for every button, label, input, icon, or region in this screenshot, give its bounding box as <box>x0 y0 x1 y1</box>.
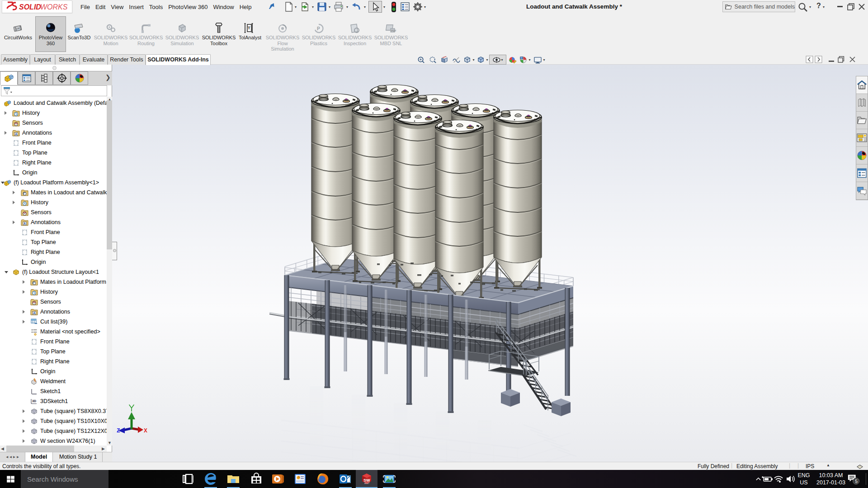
svg-text:A: A <box>33 311 35 314</box>
svg-text:5: 5 <box>855 479 858 484</box>
svg-text:P: P <box>317 26 320 31</box>
svg-text:SOLID: SOLID <box>19 3 41 11</box>
svg-text:PDF: PDF <box>392 29 397 32</box>
svg-text:Z: Z <box>117 427 120 434</box>
svg-text:A: A <box>15 132 17 136</box>
svg-text:T: T <box>248 26 250 30</box>
svg-text:A: A <box>24 222 26 225</box>
svg-text:2017: 2017 <box>364 482 369 484</box>
svg-text:3D: 3D <box>32 399 36 403</box>
svg-text:WORKS: WORKS <box>40 3 68 11</box>
svg-text:X: X <box>144 427 147 434</box>
